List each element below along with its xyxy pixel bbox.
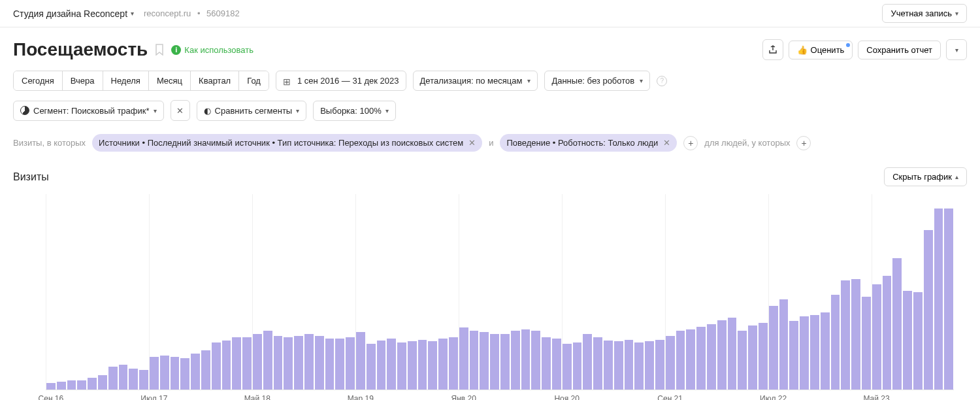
bar[interactable] <box>57 382 66 390</box>
bar[interactable] <box>449 337 458 390</box>
bar[interactable] <box>191 354 200 390</box>
bar[interactable] <box>325 339 335 390</box>
bar[interactable] <box>129 369 138 390</box>
period-today[interactable]: Сегодня <box>14 71 63 90</box>
bar[interactable] <box>438 339 448 390</box>
bar[interactable] <box>531 331 540 390</box>
bar[interactable] <box>490 334 499 390</box>
bar[interactable] <box>779 299 789 390</box>
bar[interactable] <box>563 344 572 390</box>
period-month[interactable]: Месяц <box>149 71 191 90</box>
bar[interactable] <box>841 280 850 390</box>
bar[interactable] <box>883 276 892 390</box>
bar[interactable] <box>232 337 241 390</box>
bar[interactable] <box>377 341 386 390</box>
bar[interactable] <box>253 334 262 390</box>
close-icon[interactable]: ✕ <box>663 138 670 148</box>
data-mode-button[interactable]: Данные: без роботов ▾ <box>544 71 650 91</box>
period-yesterday[interactable]: Вчера <box>63 71 103 90</box>
bar[interactable] <box>274 336 283 390</box>
bar[interactable] <box>634 342 644 390</box>
bar[interactable] <box>604 341 613 390</box>
bar[interactable] <box>738 331 747 390</box>
account-menu-button[interactable]: Учетная запись ▾ <box>882 4 967 23</box>
bar[interactable] <box>707 324 716 390</box>
bar[interactable] <box>119 365 128 390</box>
save-report-button[interactable]: Сохранить отчет <box>858 41 941 59</box>
bar[interactable] <box>98 375 107 390</box>
add-people-filter-button[interactable]: + <box>796 136 811 150</box>
bar[interactable] <box>934 208 943 390</box>
bar[interactable] <box>418 340 427 390</box>
export-button[interactable] <box>762 39 783 60</box>
bar[interactable] <box>335 339 344 390</box>
sample-button[interactable]: Выборка: 100% ▾ <box>313 101 396 121</box>
bar[interactable] <box>810 315 819 390</box>
period-quarter[interactable]: Квартал <box>191 71 239 90</box>
bar[interactable] <box>367 344 376 390</box>
compare-button[interactable]: ◐ Сравнить сегменты ▾ <box>197 101 307 121</box>
bar[interactable] <box>67 380 76 390</box>
save-menu-button[interactable]: ▾ <box>946 39 967 60</box>
bar[interactable] <box>150 357 159 390</box>
bar[interactable] <box>593 337 602 390</box>
period-year[interactable]: Год <box>239 71 269 90</box>
bar[interactable] <box>480 332 489 390</box>
bar[interactable] <box>924 230 933 390</box>
bar[interactable] <box>944 208 953 390</box>
bar[interactable] <box>759 323 768 390</box>
bar[interactable] <box>408 341 417 390</box>
filter-pill-robots[interactable]: Поведение • Роботность: Только люди ✕ <box>500 134 677 152</box>
bar[interactable] <box>696 327 706 390</box>
bar[interactable] <box>356 332 365 390</box>
bar[interactable] <box>573 342 582 390</box>
rate-button[interactable]: 👍 Оценить <box>789 41 853 59</box>
bar[interactable] <box>655 340 664 390</box>
bar[interactable] <box>160 356 169 390</box>
add-visit-filter-button[interactable]: + <box>683 136 698 150</box>
segment-clear-button[interactable]: ✕ <box>171 100 190 121</box>
bar[interactable] <box>872 284 881 390</box>
bar[interactable] <box>108 367 118 390</box>
bookmark-icon[interactable] <box>154 44 165 56</box>
bar[interactable] <box>800 316 809 390</box>
bar[interactable] <box>294 336 303 390</box>
bar[interactable] <box>201 350 210 390</box>
bar[interactable] <box>263 331 272 390</box>
bar[interactable] <box>583 334 592 390</box>
bar[interactable] <box>769 306 778 390</box>
bar[interactable] <box>397 342 406 390</box>
bar[interactable] <box>180 358 189 390</box>
bar[interactable] <box>77 380 86 390</box>
account-selector[interactable]: Студия дизайна Reconcept ▾ <box>13 8 134 19</box>
bar[interactable] <box>542 337 551 390</box>
bar[interactable] <box>212 342 221 390</box>
bar[interactable] <box>242 337 252 390</box>
bar[interactable] <box>614 341 623 390</box>
bar[interactable] <box>222 341 231 390</box>
hide-chart-button[interactable]: Скрыть график ▴ <box>884 167 967 186</box>
bar[interactable] <box>387 339 396 390</box>
bar[interactable] <box>500 334 510 390</box>
bar[interactable] <box>851 279 860 390</box>
bar[interactable] <box>139 370 148 390</box>
bar[interactable] <box>428 341 437 390</box>
bar[interactable] <box>686 329 695 390</box>
bar[interactable] <box>88 378 97 390</box>
bar[interactable] <box>46 383 56 390</box>
bar[interactable] <box>284 337 293 390</box>
close-icon[interactable]: ✕ <box>468 138 476 148</box>
bar[interactable] <box>913 292 923 390</box>
bar[interactable] <box>862 297 871 390</box>
period-week[interactable]: Неделя <box>103 71 149 90</box>
bar[interactable] <box>831 295 840 390</box>
bar[interactable] <box>645 341 654 390</box>
bar[interactable] <box>459 327 468 390</box>
bar[interactable] <box>346 337 355 390</box>
bar[interactable] <box>625 340 634 390</box>
bar[interactable] <box>748 325 757 390</box>
detail-button[interactable]: Детализация: по месяцам ▾ <box>413 71 538 91</box>
bar[interactable] <box>821 312 830 390</box>
bar[interactable] <box>304 334 314 390</box>
filter-pill-source[interactable]: Источники • Последний значимый источник … <box>92 134 482 152</box>
